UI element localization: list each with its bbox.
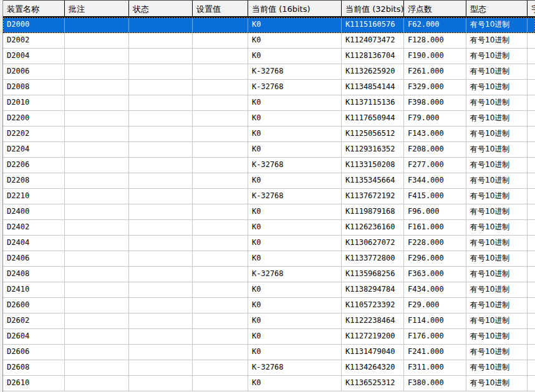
cell-current-32bit[interactable]: K1127219200	[342, 329, 404, 345]
cell-device-name[interactable]: D2200	[3, 111, 65, 127]
cell-type[interactable]: 有号10进制	[466, 236, 528, 251]
cell-type[interactable]: 有号10进制	[466, 189, 528, 204]
cell-comment[interactable]	[65, 173, 129, 189]
cell-comment[interactable]	[65, 127, 129, 142]
cell-float-value[interactable]: F62.000	[404, 17, 466, 33]
cell-comment[interactable]	[65, 360, 129, 376]
cell-status[interactable]	[129, 64, 193, 80]
cell-string[interactable]	[528, 313, 535, 329]
cell-current-32bit[interactable]: K1105723392	[342, 298, 404, 313]
cell-type[interactable]: 有号10进制	[466, 345, 528, 360]
table-row-D2204[interactable]: D2204K0K1129316352F208.000有号10进制	[3, 142, 535, 158]
cell-set-value[interactable]	[193, 298, 248, 313]
cell-current-32bit[interactable]: K1134854144	[342, 80, 404, 95]
cell-string[interactable]	[528, 80, 535, 95]
cell-current-32bit[interactable]: K1128136704	[342, 49, 404, 64]
cell-float-value[interactable]: F380.000	[404, 376, 466, 391]
cell-current-32bit[interactable]: K1130627072	[342, 236, 404, 251]
cell-current-32bit[interactable]: K1131479040	[342, 345, 404, 360]
cell-set-value[interactable]	[193, 204, 248, 220]
cell-status[interactable]	[129, 49, 193, 64]
cell-current-16bit[interactable]: K0	[248, 95, 342, 111]
cell-set-value[interactable]	[193, 313, 248, 329]
cell-status[interactable]	[129, 95, 193, 111]
table-row-D2208[interactable]: D2208K0K1135345664F344.000有号10进制	[3, 173, 535, 189]
cell-status[interactable]	[129, 80, 193, 95]
cell-status[interactable]	[129, 33, 193, 49]
cell-current-16bit[interactable]: K-32768	[248, 64, 342, 80]
cell-current-16bit[interactable]: K0	[248, 313, 342, 329]
cell-current-16bit[interactable]: K0	[248, 173, 342, 189]
cell-current-32bit[interactable]: K1124073472	[342, 33, 404, 49]
cell-current-32bit[interactable]: K1115160576	[342, 17, 404, 33]
cell-string[interactable]	[528, 158, 535, 173]
cell-comment[interactable]	[65, 33, 129, 49]
cell-type[interactable]: 有号10进制	[466, 298, 528, 313]
cell-set-value[interactable]	[193, 189, 248, 204]
cell-comment[interactable]	[65, 345, 129, 360]
cell-comment[interactable]	[65, 329, 129, 345]
table-row-D2400[interactable]: D2400K0K1119879168F96.000有号10进制	[3, 204, 535, 220]
table-row-D2000[interactable]: D2000K0K1115160576F62.000有号10进制	[3, 17, 535, 33]
cell-float-value[interactable]: F241.000	[404, 345, 466, 360]
cell-type[interactable]: 有号10进制	[466, 17, 528, 33]
cell-type[interactable]: 有号10进制	[466, 360, 528, 376]
cell-status[interactable]	[129, 282, 193, 298]
cell-device-name[interactable]: D2406	[3, 251, 65, 267]
cell-device-name[interactable]: D2610	[3, 376, 65, 391]
cell-comment[interactable]	[65, 204, 129, 220]
cell-current-16bit[interactable]: K-32768	[248, 80, 342, 95]
table-row-D2210[interactable]: D2210K-32768K1137672192F415.000有号10进制	[3, 189, 535, 204]
column-header-type[interactable]: 型态	[466, 1, 528, 16]
cell-status[interactable]	[129, 236, 193, 251]
cell-current-32bit[interactable]: K1138294784	[342, 282, 404, 298]
cell-current-16bit[interactable]: K-32768	[248, 158, 342, 173]
cell-type[interactable]: 有号10进制	[466, 158, 528, 173]
cell-comment[interactable]	[65, 95, 129, 111]
cell-comment[interactable]	[65, 142, 129, 158]
cell-float-value[interactable]: F190.000	[404, 49, 466, 64]
cell-comment[interactable]	[65, 298, 129, 313]
cell-type[interactable]: 有号10进制	[466, 49, 528, 64]
cell-status[interactable]	[129, 251, 193, 267]
table-row-D2604[interactable]: D2604K0K1127219200F176.000有号10进制	[3, 329, 535, 345]
cell-device-name[interactable]: D2202	[3, 127, 65, 142]
cell-string[interactable]	[528, 220, 535, 236]
cell-string[interactable]	[528, 251, 535, 267]
cell-current-32bit[interactable]: K1125056512	[342, 127, 404, 142]
cell-string[interactable]	[528, 204, 535, 220]
cell-float-value[interactable]: F363.000	[404, 267, 466, 282]
table-row-D2602[interactable]: D2602K0K1122238464F114.000有号10进制	[3, 313, 535, 329]
cell-float-value[interactable]: F208.000	[404, 142, 466, 158]
cell-float-value[interactable]: F434.000	[404, 282, 466, 298]
column-header-float-value[interactable]: 浮点数	[404, 1, 466, 16]
cell-string[interactable]	[528, 17, 535, 33]
cell-current-16bit[interactable]: K0	[248, 142, 342, 158]
cell-status[interactable]	[129, 329, 193, 345]
cell-string[interactable]	[528, 95, 535, 111]
cell-device-name[interactable]: D2410	[3, 282, 65, 298]
cell-string[interactable]	[528, 64, 535, 80]
cell-float-value[interactable]: F296.000	[404, 251, 466, 267]
cell-device-name[interactable]: D2408	[3, 267, 65, 282]
cell-comment[interactable]	[65, 80, 129, 95]
cell-device-name[interactable]: D2206	[3, 158, 65, 173]
cell-device-name[interactable]: D2404	[3, 236, 65, 251]
cell-type[interactable]: 有号10进制	[466, 95, 528, 111]
table-row-D2206[interactable]: D2206K-32768K1133150208F277.000有号10进制	[3, 158, 535, 173]
cell-float-value[interactable]: F329.000	[404, 80, 466, 95]
table-row-D2608[interactable]: D2608K-32768K1134264320F311.000有号10进制	[3, 360, 535, 376]
table-row-D2010[interactable]: D2010K0K1137115136F398.000有号10进制	[3, 95, 535, 111]
cell-string[interactable]	[528, 298, 535, 313]
cell-status[interactable]	[129, 267, 193, 282]
cell-string[interactable]	[528, 267, 535, 282]
cell-device-name[interactable]: D2002	[3, 33, 65, 49]
cell-type[interactable]: 有号10进制	[466, 313, 528, 329]
table-row-D2406[interactable]: D2406K0K1133772800F296.000有号10进制	[3, 251, 535, 267]
cell-comment[interactable]	[65, 376, 129, 391]
cell-current-16bit[interactable]: K0	[248, 220, 342, 236]
cell-current-16bit[interactable]: K0	[248, 127, 342, 142]
cell-current-16bit[interactable]: K-32768	[248, 189, 342, 204]
cell-float-value[interactable]: F228.000	[404, 236, 466, 251]
cell-float-value[interactable]: F114.000	[404, 313, 466, 329]
